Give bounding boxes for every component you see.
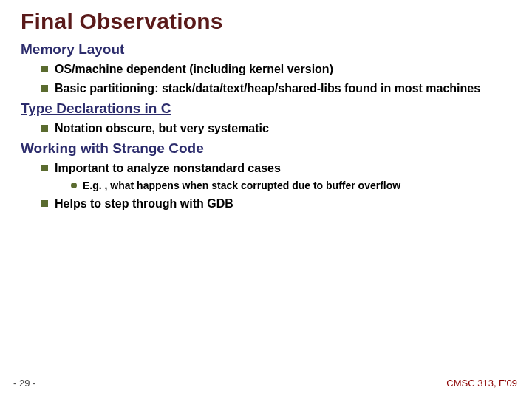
sub-bullet-list: E.g. , what happens when stack corrupted… [55,179,511,192]
bullet-text: Important to analyze nonstandard cases [55,162,281,174]
bullet-list: OS/machine dependent (including kernel v… [21,62,511,96]
slide: Final Observations Memory Layout OS/mach… [0,0,532,399]
section-heading: Working with Strange Code [21,140,511,157]
section-heading: Memory Layout [21,41,511,58]
bullet-item: Helps to step through with GDB [41,197,511,211]
sub-bullet-item: E.g. , what happens when stack corrupted… [71,179,511,192]
bullet-item: OS/machine dependent (including kernel v… [41,62,511,77]
course-label: CMSC 313, F'09 [446,378,517,389]
bullet-list: Important to analyze nonstandard cases E… [21,161,511,211]
bullet-item: Important to analyze nonstandard cases E… [41,161,511,192]
page-number: - 29 - [13,378,35,389]
bullet-list: Notation obscure, but very systematic [21,121,511,136]
slide-title: Final Observations [21,9,511,34]
section-heading: Type Declarations in C [21,100,511,117]
bullet-item: Basic partitioning: stack/data/text/heap… [41,81,511,96]
bullet-item: Notation obscure, but very systematic [41,121,511,136]
